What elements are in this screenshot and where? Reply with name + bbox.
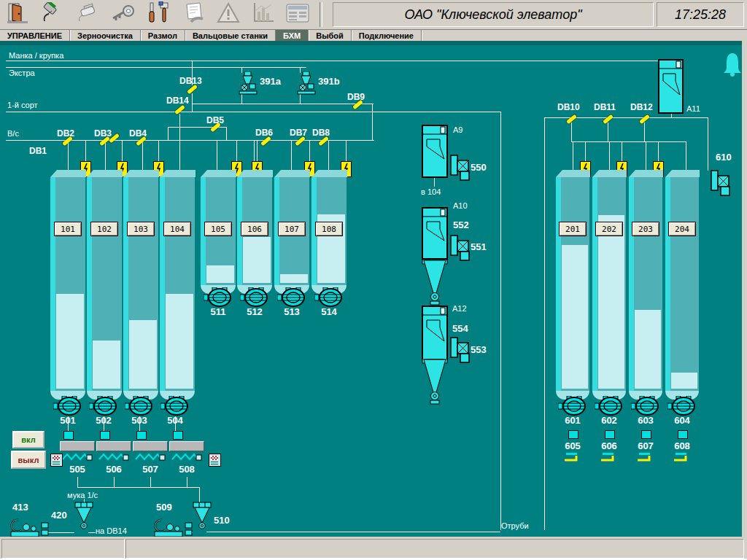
control-panel-button[interactable]: [282, 1, 315, 28]
separator-391b[interactable]: [297, 71, 317, 98]
feeder-label-501: 501: [60, 415, 76, 426]
fan-550[interactable]: [449, 154, 470, 184]
conveyor-body-508[interactable]: [169, 441, 204, 451]
bin-number-button[interactable]: 104: [163, 222, 191, 236]
feeder-label-601: 601: [565, 415, 581, 426]
conveyor-body-507[interactable]: [133, 441, 168, 451]
bin-number-button[interactable]: 204: [668, 222, 696, 236]
chart-icon: [251, 1, 276, 28]
slide-gate-607[interactable]: [637, 452, 654, 465]
bin-104[interactable]: [160, 177, 195, 391]
tab-размол[interactable]: Размол: [141, 30, 185, 41]
separator-391a[interactable]: [239, 71, 259, 98]
bin-203[interactable]: [629, 177, 662, 391]
fan-610[interactable]: [710, 169, 730, 200]
aspirator-label-A9: A9: [453, 125, 462, 134]
feeder-label-503: 503: [131, 415, 147, 426]
clock: 17:25:28: [675, 7, 726, 23]
bin-top-face: [274, 170, 310, 177]
feeder-label-603: 603: [638, 415, 654, 426]
aspirator-A12[interactable]: [422, 306, 448, 363]
bin-101[interactable]: [50, 177, 85, 391]
report-button[interactable]: [177, 1, 210, 28]
aspirator-A9[interactable]: [422, 125, 448, 181]
bin-top-face: [556, 170, 590, 177]
tab-зерноочистка[interactable]: Зерноочистка: [70, 30, 141, 41]
slide-gate-605[interactable]: [564, 452, 581, 465]
bin-top-face: [50, 170, 86, 177]
gate-square: [641, 430, 651, 439]
valve-label-DB6: DB6: [255, 128, 273, 138]
bin-number-button[interactable]: 101: [54, 222, 82, 236]
conveyor-body-505[interactable]: [60, 441, 95, 451]
feeder-label-512: 512: [247, 306, 263, 317]
warning-button[interactable]: [212, 1, 245, 28]
exit-door-button[interactable]: [1, 1, 35, 28]
slide-gate-608[interactable]: [673, 452, 691, 465]
fan-553[interactable]: [449, 336, 470, 367]
hopper-510[interactable]: [192, 502, 212, 535]
keypad-keys: [53, 456, 60, 460]
keypad-icon[interactable]: [50, 454, 63, 467]
valve-label-DB10: DB10: [557, 102, 580, 112]
hopper-420[interactable]: [74, 502, 94, 535]
aspirator-cone-A12: [422, 359, 448, 408]
key-button[interactable]: [107, 1, 140, 28]
valve-label-DB5: DB5: [206, 115, 224, 125]
tab-бхм[interactable]: БХМ: [276, 30, 309, 41]
bin-number-button[interactable]: 106: [241, 222, 268, 236]
tab-управление[interactable]: УПРАВЛЕНИЕ: [0, 30, 70, 41]
bin-number-button[interactable]: 201: [559, 222, 587, 236]
feeder-label-514: 514: [321, 306, 337, 317]
conveyor-body-506[interactable]: [96, 441, 131, 451]
chart-button[interactable]: [247, 1, 280, 28]
product-line-label: 1-й сорт: [7, 101, 38, 109]
separator-label-391a: 391a: [260, 76, 281, 87]
off-button[interactable]: выкл: [11, 451, 46, 469]
aspirator-A10[interactable]: [422, 207, 448, 262]
on-button[interactable]: вкл: [12, 431, 44, 448]
bin-fill-level: [598, 215, 624, 389]
aspirator-A11[interactable]: [658, 59, 684, 117]
window-title-panel: ОАО "Ключевской элеватор": [333, 2, 654, 27]
bin-number-button[interactable]: 105: [204, 222, 232, 236]
bin-number-button[interactable]: 108: [315, 222, 343, 236]
bin-left-edge: [629, 177, 634, 391]
bin-top-face: [311, 170, 347, 177]
fan-label-610: 610: [716, 152, 732, 163]
window-title: ОАО "Ключевской элеватор": [404, 7, 581, 23]
bin-102[interactable]: [87, 177, 122, 391]
keypad-icon[interactable]: [209, 454, 221, 467]
bin-number-button[interactable]: 202: [595, 222, 623, 236]
clock-panel: 17:25:28: [657, 2, 744, 27]
valve-label-DB2: DB2: [57, 128, 74, 139]
bin-201[interactable]: [556, 177, 589, 391]
gate-square: [678, 430, 688, 439]
tools-button[interactable]: [142, 1, 175, 28]
hopper-label-420: 420: [51, 510, 67, 521]
gate-label-605: 605: [565, 440, 581, 451]
alarm-bell-icon[interactable]: [721, 52, 743, 80]
bin-202[interactable]: [592, 177, 626, 391]
fan-551[interactable]: [449, 234, 470, 265]
tab-подключение[interactable]: Подключение: [352, 30, 422, 41]
bin-number-button[interactable]: 103: [127, 222, 155, 236]
tab-выбой[interactable]: Выбой: [309, 30, 352, 41]
feeder-label-502: 502: [96, 415, 112, 426]
valve-DB11[interactable]: [603, 114, 614, 124]
plug-button[interactable]: [36, 1, 70, 28]
valve-DB14[interactable]: [174, 105, 185, 114]
valve-label-DB9: DB9: [347, 92, 365, 102]
slide-gate-606[interactable]: [600, 452, 618, 465]
bin-number-button[interactable]: 203: [632, 222, 659, 236]
bin-number-button[interactable]: 107: [278, 222, 306, 236]
bin-204[interactable]: [665, 177, 699, 391]
bin-left-edge: [665, 177, 670, 391]
tab-вальцовые станки[interactable]: Вальцовые станки: [185, 30, 276, 41]
valve-DB10[interactable]: [566, 114, 577, 124]
bin-103[interactable]: [123, 177, 158, 391]
bin-number-button[interactable]: 102: [90, 222, 118, 236]
connector-button[interactable]: [71, 1, 105, 28]
valve-DB12[interactable]: [639, 114, 650, 124]
valve-label-DB4: DB4: [129, 128, 147, 139]
